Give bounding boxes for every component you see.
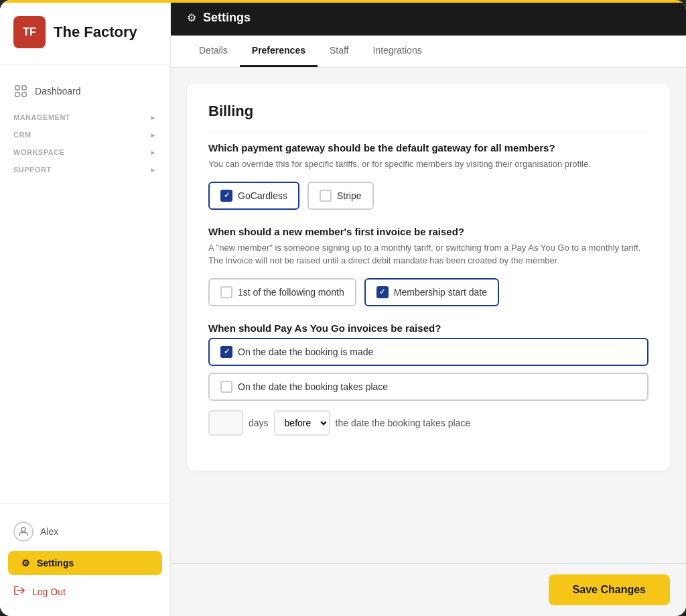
q3-option-booking-takes-place[interactable]: On the date the booking takes place xyxy=(208,373,648,401)
q2-option-membership-start[interactable]: Membership start date xyxy=(364,278,499,306)
q1-label: Which payment gateway should be the defa… xyxy=(208,142,648,153)
sidebar-section-crm[interactable]: CRM ► xyxy=(0,124,170,141)
q1-gocardless-label: GoCardless xyxy=(238,190,287,201)
q3-booking-made-label: On the date the booking is made xyxy=(238,347,373,357)
sidebar-section-management[interactable]: MANAGEMENT ► xyxy=(0,107,170,124)
days-row: days before after the date the booking t… xyxy=(208,410,648,436)
logout-label: Log Out xyxy=(32,587,66,597)
user-name: Alex xyxy=(40,526,58,537)
q3-label: When should Pay As You Go invoices be ra… xyxy=(208,322,648,334)
app-container: TF The Factory Dashboard MANAGEMENT ► xyxy=(0,0,686,616)
logout-icon xyxy=(13,584,25,599)
settings-nav-item[interactable]: ⚙ Settings xyxy=(8,551,162,575)
dashboard-label: Dashboard xyxy=(35,86,81,97)
support-arrow: ► xyxy=(150,166,157,174)
q1-stripe-checkbox[interactable] xyxy=(320,190,332,202)
svg-rect-2 xyxy=(15,93,19,97)
workspace-arrow: ► xyxy=(150,149,157,156)
svg-rect-1 xyxy=(22,86,26,90)
svg-point-4 xyxy=(21,528,25,532)
q3-options: On the date the booking is made On the d… xyxy=(208,338,648,436)
q2-block: When should a new member's first invoice… xyxy=(208,226,648,306)
before-after-select[interactable]: before after xyxy=(274,410,330,436)
days-suffix: the date the booking takes place xyxy=(336,418,471,428)
tab-details[interactable]: Details xyxy=(187,36,240,67)
days-input[interactable] xyxy=(208,410,243,436)
q2-first-month-checkbox[interactable] xyxy=(220,286,232,298)
q2-membership-start-checkbox[interactable] xyxy=(376,286,389,298)
sidebar: TF The Factory Dashboard MANAGEMENT ► xyxy=(0,0,171,616)
q1-block: Which payment gateway should be the defa… xyxy=(208,142,648,210)
billing-card: Billing Which payment gateway should be … xyxy=(187,84,670,471)
settings-label: Settings xyxy=(37,558,74,568)
footer-bar: Save Changes xyxy=(171,563,686,616)
q1-option-stripe[interactable]: Stripe xyxy=(307,182,374,210)
tabs-bar: Details Preferences Staff Integrations xyxy=(171,36,686,68)
sidebar-item-dashboard[interactable]: Dashboard xyxy=(0,76,170,107)
q3-block: When should Pay As You Go invoices be ra… xyxy=(208,322,648,436)
sidebar-header: TF The Factory xyxy=(0,0,170,65)
q2-option-first-month[interactable]: 1st of the following month xyxy=(208,278,356,306)
q1-option-gocardless[interactable]: GoCardless xyxy=(208,182,299,210)
crm-label: CRM xyxy=(13,131,31,139)
q1-stripe-label: Stripe xyxy=(337,190,362,201)
q3-booking-made-checkbox[interactable] xyxy=(220,346,232,358)
logout-item[interactable]: Log Out xyxy=(0,578,170,605)
org-name: The Factory xyxy=(54,23,137,41)
q2-membership-start-label: Membership start date xyxy=(394,287,487,298)
q1-gocardless-checkbox[interactable] xyxy=(220,190,232,202)
user-item[interactable]: Alex xyxy=(0,515,170,548)
sidebar-nav: Dashboard MANAGEMENT ► CRM ► WORKSPACE ►… xyxy=(0,65,170,503)
sidebar-section-workspace[interactable]: WORKSPACE ► xyxy=(0,141,170,159)
settings-gear-icon: ⚙ xyxy=(21,558,30,568)
management-label: MANAGEMENT xyxy=(13,113,70,121)
q3-booking-takes-place-checkbox[interactable] xyxy=(220,381,232,393)
q2-label: When should a new member's first invoice… xyxy=(208,226,648,237)
tab-preferences[interactable]: Preferences xyxy=(240,36,318,67)
content-area: Billing Which payment gateway should be … xyxy=(171,68,686,563)
sidebar-footer: Alex ⚙ Settings Log Out xyxy=(0,503,170,616)
top-bar: ⚙ Settings xyxy=(171,0,686,36)
q3-booking-takes-place-label: On the date the booking takes place xyxy=(238,381,388,392)
tab-integrations[interactable]: Integrations xyxy=(361,36,434,67)
user-avatar-icon xyxy=(13,521,33,542)
svg-rect-3 xyxy=(22,93,26,97)
q3-option-booking-made[interactable]: On the date the booking is made xyxy=(208,338,648,366)
q2-options: 1st of the following month Membership st… xyxy=(208,278,648,306)
settings-title-icon: ⚙ xyxy=(187,11,196,24)
crm-arrow: ► xyxy=(150,131,157,139)
tab-staff[interactable]: Staff xyxy=(318,36,361,67)
q1-options: GoCardless Stripe xyxy=(208,182,648,210)
q2-description: A "new member" is someone signing up to … xyxy=(208,241,648,267)
management-arrow: ► xyxy=(150,114,157,121)
save-changes-button[interactable]: Save Changes xyxy=(549,574,670,605)
dashboard-icon xyxy=(13,84,28,99)
org-avatar: TF xyxy=(13,16,46,48)
q1-description: You can override this for specific tarif… xyxy=(208,158,648,171)
q2-first-month-label: 1st of the following month xyxy=(238,287,344,298)
days-label: days xyxy=(249,418,269,428)
main-content: ⚙ Settings Details Preferences Staff Int… xyxy=(171,0,686,616)
page-title: Settings xyxy=(203,11,251,25)
workspace-label: WORKSPACE xyxy=(13,148,64,156)
sidebar-section-support[interactable]: SUPPORT ► xyxy=(0,159,170,176)
support-label: SUPPORT xyxy=(13,166,52,174)
svg-rect-0 xyxy=(15,86,19,90)
billing-title: Billing xyxy=(208,103,648,131)
